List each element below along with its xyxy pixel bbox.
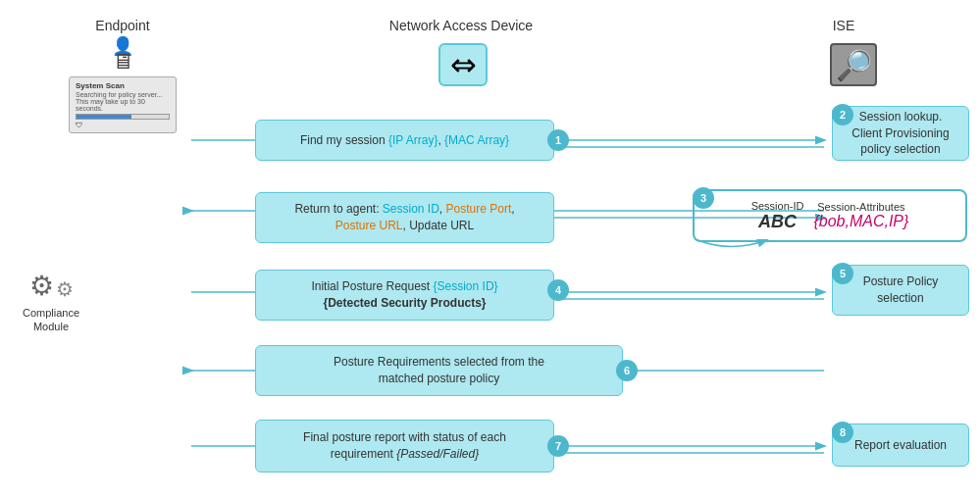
step8-text: Report evaluation [854, 437, 947, 454]
step2-circle: 2 [832, 104, 853, 125]
gear-icon-2: ⚙ [56, 277, 74, 302]
step4-circle: 4 [547, 279, 569, 301]
ise-icon: 🔎 [830, 43, 877, 86]
compliance-module-area: ⚙ ⚙ Compliance Module [12, 270, 90, 334]
session-id-value: ABC [751, 212, 804, 232]
step3-session: Session ID [383, 202, 439, 216]
step5-number: 5 [840, 268, 846, 279]
step1-number: 1 [555, 134, 561, 146]
step1-ip: {IP Array} [388, 133, 438, 147]
scan-title: System Scan [76, 81, 170, 90]
session-id-label: Session-ID [751, 200, 804, 212]
step3-port: Posture Port [446, 202, 512, 216]
network-device-icon: ⇔ [438, 43, 488, 86]
step4-session: {Session ID} [434, 279, 498, 293]
step3-number: 3 [700, 192, 706, 204]
step6-text: Posture Requirements selected from thema… [334, 354, 544, 387]
system-scan-box: System Scan Searching for policy server.… [69, 76, 177, 133]
step6-box: Posture Requirements selected from thema… [255, 345, 623, 396]
step3-url: Posture URL [335, 219, 403, 232]
step4-products: {Detected Security Products} [323, 296, 486, 310]
session-attr-label: Session-Attributes [813, 201, 908, 213]
step6-number: 6 [624, 365, 630, 376]
scan-progress-fill [77, 115, 131, 119]
step3-return-box: Return to agent: Session ID, Posture Por… [255, 192, 554, 243]
session-box: Session-ID ABC Session-Attributes {bob,M… [693, 189, 967, 242]
scan-progress-bar [76, 114, 170, 120]
session-attr-area: Session-Attributes {bob,MAC,IP} [813, 201, 908, 230]
step2-text: Session lookup.Client Provisioningpolicy… [851, 109, 949, 158]
step8-circle: 8 [832, 422, 853, 443]
session-attr-value: {bob,MAC,IP} [813, 213, 908, 230]
network-device-icon-area: ⇔ [424, 43, 502, 86]
endpoint-icon-area: 👤 🖥 System Scan Searching for policy ser… [69, 37, 177, 133]
monitor-icon: 🖥 [69, 51, 177, 73]
step7-text: Final posture report with status of each… [303, 429, 506, 463]
compliance-module-label: Compliance Module [12, 306, 90, 334]
diagram-container: Endpoint Network Access Device ISE 👤 🖥 S… [0, 0, 980, 498]
step1-circle: 1 [547, 129, 569, 151]
step7-number: 7 [555, 440, 561, 452]
step2-number: 2 [840, 109, 846, 121]
step1-text: Find my session {IP Array}, {MAC Array} [300, 132, 509, 149]
step1-box: Find my session {IP Array}, {MAC Array} [255, 120, 554, 161]
step6-circle: 6 [616, 360, 638, 381]
step3-return-text: Return to agent: Session ID, Posture Por… [294, 201, 514, 234]
step4-box: Initial Posture Request {Session ID}{Det… [255, 270, 554, 321]
gear-icon-1: ⚙ [29, 270, 54, 302]
step7-status: {Passed/Failed} [396, 447, 479, 461]
network-device-header: Network Access Device [363, 18, 559, 33]
session-id-area: Session-ID ABC [751, 200, 804, 232]
step8-number: 8 [840, 426, 846, 438]
ise-header: ISE [804, 18, 883, 33]
step3-circle: 3 [693, 187, 714, 209]
scan-text: Searching for policy server... [76, 91, 170, 98]
scan-subtext: This may take up to 30 seconds. [76, 98, 170, 112]
ise-icon-area: 🔎 [824, 43, 883, 86]
endpoint-header: Endpoint [59, 18, 186, 33]
step1-mac: {MAC Array} [444, 133, 509, 147]
step5-text: Posture Policyselection [863, 274, 939, 307]
step7-box: Final posture report with status of each… [255, 420, 554, 473]
step7-circle: 7 [547, 435, 569, 457]
step5-circle: 5 [832, 263, 853, 284]
gear-icons: ⚙ ⚙ [12, 270, 90, 302]
step4-text: Initial Posture Request {Session ID}{Det… [311, 278, 497, 312]
scan-shield: 🛡 [76, 122, 170, 128]
step4-number: 4 [555, 284, 561, 296]
